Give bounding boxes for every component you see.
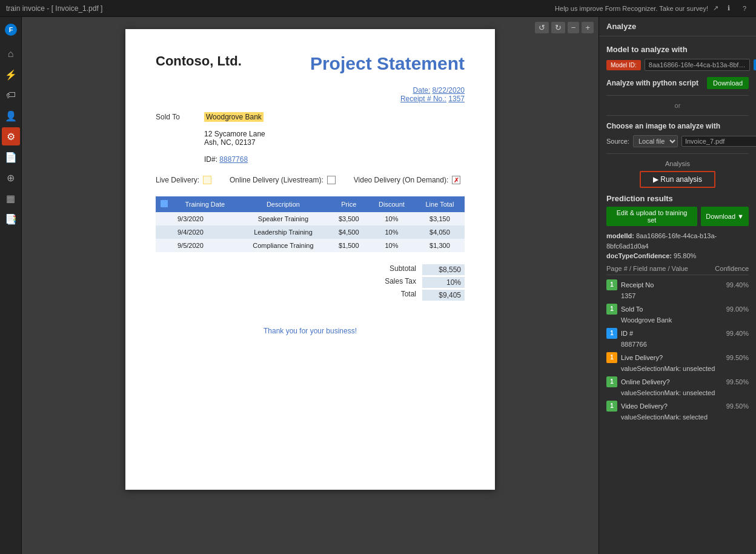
- choose-section-title: Choose an image to analyze with: [606, 122, 749, 130]
- download-label: Download: [706, 213, 735, 220]
- topbar: train invoice - [ Invoice_1.pdf ] Help u…: [0, 0, 756, 17]
- tax-value: 10%: [422, 277, 465, 288]
- result-item: 1Online Delivery?99.50%valueSelectionMar…: [606, 375, 749, 396]
- result-confidence: 99.50%: [726, 378, 749, 385]
- result-confidence: 99.00%: [726, 305, 749, 313]
- table-row: 9/4/2020Leadership Training$4,50010%$4,0…: [156, 225, 465, 239]
- result-item: 1Receipt No99.40%1357: [606, 278, 749, 299]
- zoom-in-button[interactable]: +: [582, 22, 594, 33]
- sidebar-item-table[interactable]: ▦: [2, 189, 20, 207]
- results-page-field-header: Page # / Field name / Value: [606, 265, 688, 272]
- doc-confidence-label: docTypeConfidence:: [606, 252, 672, 259]
- edit-upload-button[interactable]: Edit & upload to training set: [606, 207, 697, 226]
- table-row-icon-cell: [156, 225, 173, 239]
- table-row-icon-cell: [156, 239, 173, 252]
- online-delivery-checkbox: [327, 176, 336, 184]
- table-cell-0-4: $3,150: [415, 212, 465, 225]
- table-cell-1-1: Leadership Training: [237, 225, 330, 239]
- table-row: 9/5/2020Compliance Training$1,50010%$1,3…: [156, 239, 465, 252]
- source-select[interactable]: Local file URL: [633, 135, 678, 147]
- sidebar-item-document[interactable]: 📄: [2, 148, 20, 166]
- result-value: 8887766: [606, 341, 749, 348]
- result-row: 1ID #99.40%: [606, 326, 749, 341]
- result-value: valueSelectionMark: unselected: [606, 389, 749, 396]
- source-label: Source:: [606, 138, 629, 145]
- file-input[interactable]: [681, 136, 756, 147]
- col-training-date: Training Date: [173, 196, 237, 212]
- date-label: Date:: [413, 86, 431, 95]
- result-value: valueSelectionMark: unselected: [606, 365, 749, 372]
- result-badge: 1: [606, 401, 617, 412]
- id-label: ID#:: [204, 155, 217, 164]
- panel-title: Analyze: [606, 22, 636, 31]
- python-download-button[interactable]: Download: [707, 77, 749, 89]
- sidebar-item-tag[interactable]: ⊕: [2, 169, 20, 187]
- col-header-icon: [156, 196, 173, 212]
- zoom-out-button[interactable]: −: [568, 22, 580, 33]
- change-button[interactable]: Change: [754, 59, 756, 70]
- online-delivery-label: Online Delivery (Livestream):: [230, 176, 323, 184]
- external-link-icon: ↗: [713, 4, 718, 12]
- result-badge: 1: [606, 279, 617, 290]
- prediction-title: Prediction results: [606, 194, 749, 203]
- python-section-title: Analyze with python script: [606, 79, 698, 87]
- result-field-name: Video Delivery?: [621, 402, 723, 410]
- result-badge: 1: [606, 352, 617, 363]
- id-value: 8887768: [219, 155, 248, 164]
- doc-toolbar: ↺ ↻ − +: [535, 22, 594, 33]
- app-logo: F: [2, 21, 20, 39]
- panel-body: Model to analyze with Model ID: 8aa16866…: [599, 36, 756, 554]
- invoice-header: Contoso, Ltd. Project Statement: [156, 53, 465, 74]
- table-row-icon-cell: [156, 212, 173, 225]
- table-cell-0-2: $3,500: [329, 212, 368, 225]
- right-panel: Analyze Model to analyze with Model ID: …: [598, 17, 756, 554]
- result-confidence: 99.40%: [726, 330, 749, 337]
- col-discount: Discount: [368, 196, 415, 212]
- model-id-container: Model ID: 8aa16866-16fe-44ca-b13a-8bfc6a…: [606, 59, 749, 71]
- sidebar-item-home[interactable]: ⌂: [2, 45, 20, 63]
- video-delivery-item: Video Delivery (On Demand): ✗: [354, 176, 461, 184]
- table-cell-2-4: $1,300: [415, 239, 465, 252]
- result-row: 1Sold To99.00%: [606, 302, 749, 316]
- sidebar-item-model[interactable]: 👤: [2, 107, 20, 125]
- analysis-label: Analysis: [606, 160, 749, 167]
- sidebar-item-settings[interactable]: ⚙: [2, 127, 20, 145]
- doc-viewer: ↺ ↻ − + Contoso, Ltd. Project Statement …: [22, 17, 598, 554]
- undo-button[interactable]: ↺: [535, 22, 549, 33]
- col-description: Description: [237, 196, 330, 212]
- results-confidence-header: Confidence: [715, 265, 749, 272]
- invoice-table: Training Date Description Price Discount…: [156, 196, 465, 252]
- run-analysis-button[interactable]: ▶ Run analysis: [640, 171, 715, 188]
- tax-row: Sales Tax 10%: [374, 277, 465, 288]
- invoice-footer: Thank you for your business!: [156, 327, 465, 335]
- divider-3: [606, 153, 749, 154]
- download-dropdown-button[interactable]: Download ▼: [701, 207, 749, 226]
- result-confidence: 99.50%: [726, 354, 749, 361]
- result-badge: 1: [606, 304, 617, 315]
- result-row: 1Online Delivery?99.50%: [606, 375, 749, 389]
- sold-to-details: Woodgrove Bank 12 Sycamore Lane Ash, NC,…: [204, 113, 265, 164]
- source-row: Source: Local file URL: [606, 135, 749, 147]
- result-confidence: 99.50%: [726, 402, 749, 410]
- result-value: 1357: [606, 292, 749, 299]
- model-section-title: Model to analyze with: [606, 45, 749, 54]
- info-icon[interactable]: ℹ: [723, 3, 734, 14]
- sidebar-item-page[interactable]: 📑: [2, 210, 20, 228]
- subtotal-label: Subtotal: [374, 264, 416, 275]
- table-cell-0-3: 10%: [368, 212, 415, 225]
- table-cell-2-3: 10%: [368, 239, 415, 252]
- live-delivery-label: Live Delivery:: [156, 176, 199, 184]
- help-icon[interactable]: ?: [739, 3, 750, 14]
- sidebar-item-label[interactable]: 🏷: [2, 86, 20, 104]
- or-divider: or: [606, 102, 749, 109]
- result-row: 1Receipt No99.40%: [606, 278, 749, 292]
- receipt-value: 1357: [448, 95, 465, 103]
- tax-label: Sales Tax: [374, 277, 416, 288]
- sidebar-item-connections[interactable]: ⚡: [2, 65, 20, 84]
- redo-button[interactable]: ↻: [551, 22, 565, 33]
- model-id-value: 8aa16866-16fe-44ca-b13a-8bfc6a...: [645, 59, 750, 71]
- result-badge: 1: [606, 376, 617, 387]
- result-confidence: 99.40%: [726, 281, 749, 289]
- live-delivery-item: Live Delivery:: [156, 176, 211, 184]
- result-item: 1Video Delivery?99.50%valueSelectionMark…: [606, 399, 749, 421]
